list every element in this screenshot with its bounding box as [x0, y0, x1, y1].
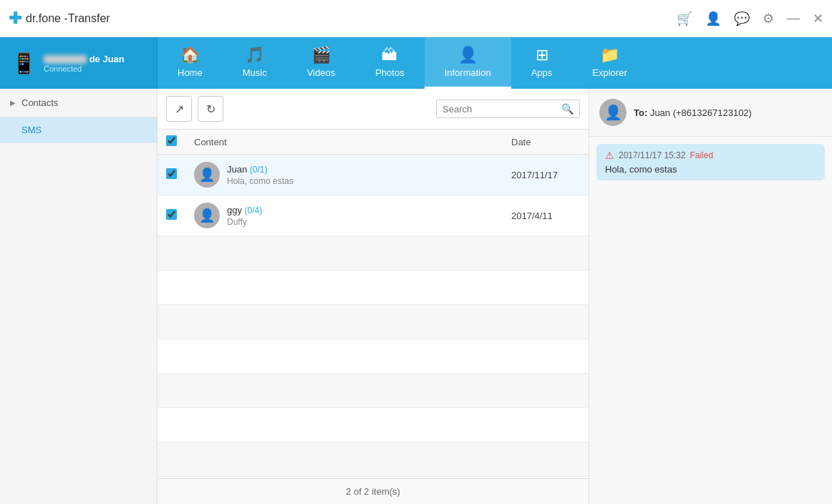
- tab-music[interactable]: 🎵 Music: [223, 37, 287, 89]
- table-row[interactable]: 👤 Juan (0/1) Hola, como estas: [158, 155, 589, 195]
- table-row-empty: [158, 374, 589, 408]
- sidebar-item-sms[interactable]: SMS: [0, 117, 157, 143]
- expand-arrow-icon: ▶: [10, 99, 16, 107]
- row1-preview: Hola, como estas: [227, 176, 294, 186]
- photos-icon: 🏔: [382, 46, 397, 64]
- sms-table-container: Content Date 👤: [158, 130, 589, 478]
- content-pane: ↗ ↻ 🔍 Content Da: [158, 89, 589, 504]
- export-button[interactable]: ↗: [166, 96, 192, 122]
- refresh-button[interactable]: ↻: [198, 96, 223, 122]
- device-name-blur: [44, 55, 87, 64]
- row2-avatar-cell: 👤 ggy (0/4) Duffy: [194, 203, 494, 228]
- row2-sender-line: ggy (0/4): [227, 205, 262, 215]
- table-header-row: Content Date: [158, 130, 589, 155]
- row1-avatar-icon: 👤: [199, 167, 215, 183]
- titlebar-controls: 🛒 👤 💬 ⚙ — ✕: [677, 11, 823, 26]
- table-row-empty: [158, 408, 589, 442]
- tab-videos-label: Videos: [307, 67, 336, 78]
- titlebar: ✚ dr.fone -Transfer 🛒 👤 💬 ⚙ — ✕: [0, 0, 832, 37]
- search-input[interactable]: [442, 104, 557, 115]
- row2-checkbox-cell: [158, 195, 185, 236]
- settings-icon[interactable]: ⚙: [763, 11, 774, 26]
- tab-photos-label: Photos: [375, 67, 404, 78]
- row1-content-cell: 👤 Juan (0/1) Hola, como estas: [185, 155, 503, 195]
- tab-explorer-label: Explorer: [592, 67, 627, 78]
- row2-content-cell: 👤 ggy (0/4) Duffy: [185, 195, 503, 236]
- device-name: de Juan: [44, 54, 125, 64]
- user-icon[interactable]: 👤: [705, 11, 721, 26]
- message-meta: ⚠ 2017/11/17 15:32 Failed: [605, 150, 816, 161]
- row1-count: (0/1): [250, 165, 268, 175]
- export-icon: ↗: [175, 102, 184, 116]
- close-button[interactable]: ✕: [813, 11, 823, 26]
- tab-information[interactable]: 👤 Information: [425, 37, 511, 89]
- msg-timestamp: 2017/11/17 15:32: [619, 150, 685, 160]
- home-icon: 🏠: [180, 46, 200, 64]
- explorer-icon: 📁: [600, 46, 619, 64]
- sidebar-section-contacts[interactable]: ▶ Contacts: [0, 89, 157, 117]
- tab-music-label: Music: [243, 67, 267, 78]
- row1-date: 2017/11/17: [503, 155, 589, 195]
- tab-apps[interactable]: ⊞ Apps: [511, 37, 573, 89]
- apps-icon: ⊞: [536, 46, 548, 64]
- detail-pane: 👤 To: Juan (+8613267123102) ⚠ 2017/11/17…: [589, 89, 832, 504]
- detail-to-label: To: Juan (+8613267123102): [634, 107, 752, 118]
- to-keyword: To:: [634, 107, 647, 118]
- select-all-checkbox[interactable]: [166, 135, 177, 146]
- sms-table: Content Date 👤: [158, 130, 589, 477]
- tab-videos[interactable]: 🎬 Videos: [287, 37, 356, 89]
- error-icon: ⚠: [605, 150, 614, 161]
- table-row-empty: [158, 271, 589, 305]
- row2-text: ggy (0/4) Duffy: [227, 205, 262, 227]
- tab-explorer[interactable]: 📁 Explorer: [572, 37, 647, 89]
- device-icon: 📱: [11, 52, 37, 75]
- table-row-empty: [158, 339, 589, 374]
- detail-avatar-icon: 👤: [604, 104, 622, 121]
- item-count: 2 of 2 item(s): [346, 486, 400, 497]
- device-text: de Juan Connected: [44, 54, 125, 73]
- device-name-suffix: de Juan: [90, 54, 125, 64]
- device-info: 📱 de Juan Connected: [0, 37, 158, 89]
- row1-sender-line: Juan (0/1): [227, 164, 294, 175]
- main-content: ▶ Contacts SMS ↗ ↻ 🔍: [0, 89, 832, 504]
- chat-icon[interactable]: 💬: [734, 11, 750, 26]
- row1-text: Juan (0/1) Hola, como estas: [227, 164, 294, 186]
- search-icon: 🔍: [561, 103, 574, 115]
- titlebar-left: ✚ dr.fone -Transfer: [9, 9, 110, 28]
- row2-date: 2017/4/11: [503, 195, 589, 236]
- row2-avatar-icon: 👤: [199, 208, 215, 223]
- row1-sender: Juan: [227, 164, 247, 175]
- tab-home-label: Home: [178, 67, 203, 78]
- information-icon: 👤: [458, 46, 478, 64]
- minimize-button[interactable]: —: [787, 11, 800, 26]
- refresh-icon: ↻: [206, 102, 216, 116]
- device-status: Connected: [44, 64, 125, 73]
- row2-checkbox[interactable]: [166, 209, 177, 220]
- tab-apps-label: Apps: [531, 67, 553, 78]
- tab-photos[interactable]: 🏔 Photos: [355, 37, 424, 89]
- row1-avatar: 👤: [194, 162, 220, 188]
- msg-text: Hola, como estas: [605, 164, 816, 175]
- navbar: 📱 de Juan Connected 🏠 Home 🎵 Music 🎬 Vid…: [0, 37, 832, 89]
- toolbar-left: ↗ ↻: [166, 96, 223, 122]
- header-content-col: Content: [185, 130, 503, 155]
- message-bubble: ⚠ 2017/11/17 15:32 Failed Hola, como est…: [596, 144, 825, 180]
- toolbar: ↗ ↻ 🔍: [158, 89, 589, 130]
- table-row[interactable]: 👤 ggy (0/4) Duffy: [158, 195, 589, 236]
- table-row-empty: [158, 305, 589, 339]
- header-date-col: Date: [503, 130, 589, 155]
- videos-icon: 🎬: [311, 46, 331, 64]
- detail-avatar: 👤: [599, 99, 627, 126]
- header-checkbox-col: [158, 130, 185, 155]
- tab-home[interactable]: 🏠 Home: [158, 37, 223, 89]
- row1-checkbox-cell: [158, 155, 185, 195]
- logo-icon: ✚: [9, 9, 21, 28]
- row1-avatar-cell: 👤 Juan (0/1) Hola, como estas: [194, 162, 494, 188]
- table-row-empty: [158, 442, 589, 477]
- music-icon: 🎵: [245, 46, 264, 64]
- row2-sender: ggy: [227, 205, 242, 215]
- row1-checkbox[interactable]: [166, 168, 177, 179]
- cart-icon[interactable]: 🛒: [677, 11, 692, 26]
- table-footer: 2 of 2 item(s): [158, 478, 589, 504]
- app-title: dr.fone -Transfer: [26, 12, 110, 25]
